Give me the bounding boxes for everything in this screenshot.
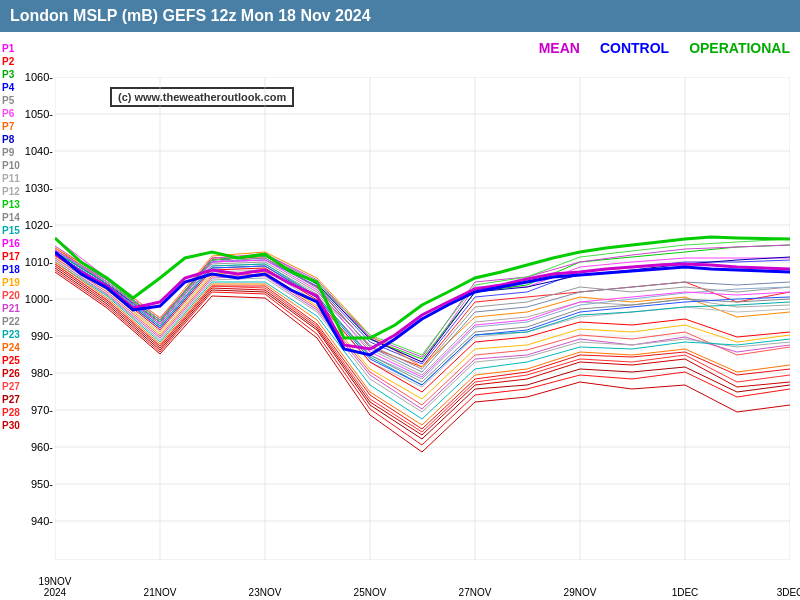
mean-legend: MEAN (539, 40, 580, 56)
legend-item-p15: P15 (2, 224, 20, 237)
legend-item-p28: P28 (2, 406, 20, 419)
line-p26 (55, 266, 790, 435)
legend-item-p4: P4 (2, 81, 20, 94)
legend-item-p30: P30 (2, 419, 20, 432)
operational-legend: OPERATIONAL (689, 40, 790, 56)
legend-item-p20: P20 (2, 289, 20, 302)
legend-item-p2: P2 (2, 55, 20, 68)
legend-item-p25: P25 (2, 354, 20, 367)
y-axis: 1060- 1050- 1040- 1030- 1020- 1010- 1000… (28, 77, 53, 560)
legend-item-p6: P6 (2, 107, 20, 120)
legend-item-p7: P7 (2, 120, 20, 133)
legend-top: MEAN CONTROL OPERATIONAL (539, 40, 790, 56)
header-title: London MSLP (mB) GEFS 12z Mon 18 Nov 202… (10, 7, 371, 25)
legend-item-p3: P3 (2, 68, 20, 81)
x-axis: 19NOV2024 21NOV 23NOV 25NOV 27NOV 29NOV … (55, 560, 790, 600)
legend-item-p22: P22 (2, 315, 20, 328)
legend-item-p14: P14 (2, 211, 20, 224)
legend-item-p1: P1 (2, 42, 20, 55)
control-legend: CONTROL (600, 40, 669, 56)
legend-item-p19: P19 (2, 276, 20, 289)
legend-item-p18: P18 (2, 263, 20, 276)
legend-item-p24: P24 (2, 341, 20, 354)
legend-left: P1P2P3P4P5P6P7P8P9P10P11P12P13P14P15P16P… (2, 42, 20, 432)
legend-item-p12: P12 (2, 185, 20, 198)
legend-item-p10: P10 (2, 159, 20, 172)
chart-container: (c) www.theweatheroutlook.com MEAN CONTR… (0, 32, 800, 600)
legend-item-p16: P16 (2, 237, 20, 250)
legend-item-p27: P27 (2, 380, 20, 393)
chart-svg (55, 77, 790, 560)
legend-item-p9: P9 (2, 146, 20, 159)
legend-item-p8: P8 (2, 133, 20, 146)
legend-item-p11: P11 (2, 172, 20, 185)
legend-item-p27: P27 (2, 393, 20, 406)
legend-item-p23: P23 (2, 328, 20, 341)
legend-item-p13: P13 (2, 198, 20, 211)
legend-item-p21: P21 (2, 302, 20, 315)
line-p19 (55, 256, 790, 399)
legend-item-p5: P5 (2, 94, 20, 107)
page-header: London MSLP (mB) GEFS 12z Mon 18 Nov 202… (0, 0, 800, 32)
legend-item-p17: P17 (2, 250, 20, 263)
legend-item-p26: P26 (2, 367, 20, 380)
